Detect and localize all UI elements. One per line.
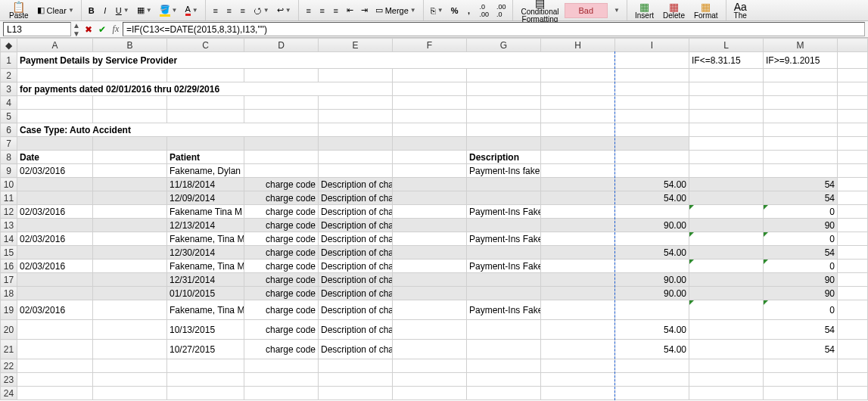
- col-header[interactable]: G: [467, 39, 541, 52]
- cell[interactable]: [393, 191, 467, 205]
- cell[interactable]: IF<=8.31.15: [689, 52, 764, 69]
- cell[interactable]: [541, 191, 615, 205]
- cell[interactable]: 90: [764, 287, 838, 300]
- formula-cancel-button[interactable]: ✖: [82, 22, 95, 36]
- cell[interactable]: [838, 246, 868, 260]
- cell[interactable]: [244, 373, 319, 387]
- col-header[interactable]: M: [764, 39, 838, 52]
- cell[interactable]: [17, 340, 93, 359]
- cell[interactable]: [541, 219, 615, 232]
- cell[interactable]: [541, 300, 615, 320]
- spreadsheet-area[interactable]: ◆ A B C D E F G H I L M 1 Payment Detail…: [0, 38, 868, 400]
- cell[interactable]: Payment-Ins Fake Ck# (State Farm Insuran…: [467, 205, 541, 219]
- cell[interactable]: [167, 359, 244, 373]
- cell[interactable]: [17, 287, 93, 300]
- cell[interactable]: [467, 191, 541, 205]
- cell[interactable]: 0: [764, 260, 838, 273]
- increase-indent-button[interactable]: ⇥: [357, 2, 372, 19]
- cell[interactable]: [689, 178, 764, 191]
- cell[interactable]: Fakename, Dylan (6339): [167, 164, 244, 178]
- row[interactable]: 1 Payment Details by Service Provider IF…: [1, 52, 868, 69]
- cell[interactable]: Description of charge: [319, 300, 393, 320]
- cell[interactable]: Description of charge: [319, 340, 393, 359]
- row[interactable]: 23: [1, 373, 868, 387]
- cell[interactable]: [17, 387, 93, 400]
- align-middle-button[interactable]: ≡: [222, 2, 236, 19]
- table-row[interactable]: 1011/18/2014charge codeDescription of ch…: [1, 178, 868, 191]
- cell[interactable]: Fakename, Tina M: [167, 300, 244, 320]
- cell[interactable]: [541, 373, 615, 387]
- cell[interactable]: [467, 387, 541, 400]
- cell[interactable]: charge code: [244, 340, 319, 359]
- cell[interactable]: [689, 273, 764, 287]
- cell[interactable]: Fakename Tina M: [167, 205, 244, 219]
- row-header[interactable]: 18: [1, 287, 17, 300]
- cell[interactable]: [93, 300, 167, 320]
- cell[interactable]: 02/03/2016: [17, 205, 93, 219]
- cell[interactable]: [393, 320, 467, 340]
- cell[interactable]: 02/03/2016: [17, 260, 93, 273]
- orientation-button[interactable]: ⭯▼: [250, 2, 273, 19]
- cell[interactable]: Description of charge: [319, 273, 393, 287]
- cell[interactable]: 10/13/2015: [167, 320, 244, 340]
- insert-button[interactable]: ▦ Insert: [630, 0, 658, 21]
- themes-button[interactable]: Aa The: [730, 0, 751, 21]
- row[interactable]: 6 Case Type: Auto Accident: [1, 123, 868, 137]
- cell[interactable]: 54: [764, 320, 838, 340]
- cell[interactable]: [689, 260, 764, 273]
- cell[interactable]: Description of charge: [319, 219, 393, 232]
- cell[interactable]: [244, 164, 319, 178]
- cell[interactable]: 54: [764, 191, 838, 205]
- cell[interactable]: 12/13/2014: [167, 219, 244, 232]
- cell[interactable]: Payment-Ins Fake Ck# (State Farm Insuran…: [467, 300, 541, 320]
- cell[interactable]: [93, 273, 167, 287]
- cell[interactable]: [467, 178, 541, 191]
- cell[interactable]: [93, 164, 167, 178]
- cell[interactable]: [689, 246, 764, 260]
- cell[interactable]: [689, 205, 764, 219]
- cell[interactable]: [319, 387, 393, 400]
- row-header[interactable]: 17: [1, 273, 17, 287]
- cell[interactable]: [615, 232, 689, 246]
- cell[interactable]: [615, 373, 689, 387]
- cell[interactable]: IF>=9.1.2015: [764, 52, 838, 69]
- cell[interactable]: Description of charge: [319, 232, 393, 246]
- cell[interactable]: [93, 246, 167, 260]
- cell[interactable]: [689, 232, 764, 246]
- cell[interactable]: 54.00: [615, 246, 689, 260]
- cell[interactable]: 12/09/2014: [167, 191, 244, 205]
- cell[interactable]: [393, 178, 467, 191]
- cell[interactable]: [93, 219, 167, 232]
- cell[interactable]: [838, 191, 868, 205]
- cell[interactable]: [689, 300, 764, 320]
- cell[interactable]: [838, 287, 868, 300]
- cell[interactable]: Payment-Ins fake Ck# (State Farm Insuran…: [467, 164, 541, 178]
- cell[interactable]: [838, 219, 868, 232]
- row-header[interactable]: 6: [1, 123, 17, 137]
- row-header[interactable]: 15: [1, 246, 17, 260]
- cell[interactable]: [93, 387, 167, 400]
- cell[interactable]: 90.00: [615, 287, 689, 300]
- cell[interactable]: [541, 359, 615, 373]
- formula-accept-button[interactable]: ✔: [95, 22, 109, 36]
- col-header[interactable]: F: [393, 39, 467, 52]
- cell[interactable]: [393, 273, 467, 287]
- cell[interactable]: charge code: [244, 246, 319, 260]
- cell[interactable]: [17, 320, 93, 340]
- cell[interactable]: [689, 164, 764, 178]
- table-row[interactable]: 2110/27/2015charge codeDescription of ch…: [1, 340, 868, 359]
- cell[interactable]: [17, 191, 93, 205]
- align-bottom-button[interactable]: ≡: [236, 2, 250, 19]
- cell[interactable]: [689, 287, 764, 300]
- cell[interactable]: [838, 232, 868, 246]
- percent-button[interactable]: %: [447, 2, 462, 19]
- cell[interactable]: [541, 320, 615, 340]
- row-header[interactable]: 7: [1, 137, 17, 151]
- row-header[interactable]: 21: [1, 340, 17, 359]
- cell[interactable]: 01/10/2015: [167, 287, 244, 300]
- align-top-button[interactable]: ≡: [209, 2, 222, 19]
- cell[interactable]: Description of charge: [319, 205, 393, 219]
- cell[interactable]: 02/03/2016: [17, 232, 93, 246]
- cell[interactable]: [689, 373, 764, 387]
- cell[interactable]: [467, 273, 541, 287]
